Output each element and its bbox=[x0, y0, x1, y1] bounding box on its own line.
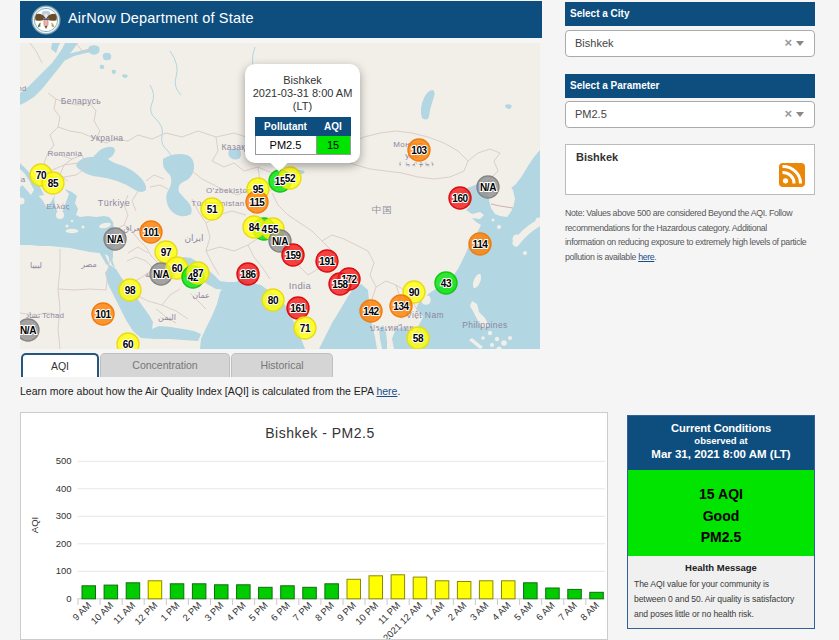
svg-text:115: 115 bbox=[250, 197, 266, 208]
svg-text:Italia: Italia bbox=[20, 175, 26, 184]
svg-text:1 PM: 1 PM bbox=[158, 600, 182, 624]
svg-text:85: 85 bbox=[48, 178, 59, 189]
svg-text:Romania: Romania bbox=[48, 149, 83, 158]
svg-text:400: 400 bbox=[56, 483, 72, 494]
svg-text:مصر: مصر bbox=[80, 260, 97, 269]
svg-text:3 AM: 3 AM bbox=[468, 600, 491, 623]
svg-text:60: 60 bbox=[172, 263, 183, 274]
svg-text:84: 84 bbox=[249, 222, 260, 233]
svg-text:100: 100 bbox=[56, 565, 72, 576]
svg-text:11 AM: 11 AM bbox=[111, 600, 137, 626]
svg-text:اليمن: اليمن bbox=[158, 313, 176, 322]
svg-text:51: 51 bbox=[207, 204, 218, 215]
svg-text:عمان: عمان bbox=[192, 291, 210, 300]
svg-text:ليبيا: ليبيا bbox=[30, 261, 42, 270]
svg-text:103: 103 bbox=[411, 145, 427, 156]
svg-text:4 PM: 4 PM bbox=[224, 600, 248, 624]
svg-text:6 AM: 6 AM bbox=[534, 600, 557, 623]
svg-text:ᠮᠣᠩᠭᠣᠯ: ᠮᠣᠩᠭᠣᠯ bbox=[399, 161, 438, 168]
svg-text:Ελλάς: Ελλάς bbox=[46, 202, 70, 211]
svg-text:中国: 中国 bbox=[372, 204, 392, 215]
svg-text:تشاد Tchad: تشاد Tchad bbox=[26, 311, 65, 320]
svg-text:114: 114 bbox=[473, 239, 489, 250]
svg-text:90: 90 bbox=[409, 287, 420, 298]
svg-text:101: 101 bbox=[95, 309, 111, 320]
svg-text:142: 142 bbox=[363, 306, 379, 317]
svg-text:158: 158 bbox=[332, 279, 348, 290]
svg-text:58: 58 bbox=[413, 333, 424, 344]
svg-text:Україна: Україна bbox=[91, 133, 124, 143]
svg-text:43: 43 bbox=[441, 278, 452, 289]
svg-text:N/A: N/A bbox=[480, 182, 496, 193]
svg-text:161: 161 bbox=[290, 303, 306, 314]
svg-text:N/A: N/A bbox=[272, 236, 288, 247]
svg-text:300: 300 bbox=[56, 510, 72, 521]
svg-text:Philippines: Philippines bbox=[462, 320, 508, 330]
svg-text:80: 80 bbox=[268, 295, 279, 306]
svg-text:500: 500 bbox=[56, 455, 72, 466]
svg-text:160: 160 bbox=[452, 193, 468, 204]
svg-text:97: 97 bbox=[161, 247, 172, 258]
svg-text:Беларусь: Беларусь bbox=[61, 96, 102, 106]
svg-text:4: 4 bbox=[261, 224, 267, 235]
svg-text:7 AM: 7 AM bbox=[556, 600, 579, 623]
svg-text:Türkiye: Türkiye bbox=[98, 198, 130, 208]
svg-text:O’zbekiston: O’zbekiston bbox=[206, 186, 252, 195]
svg-text:3 PM: 3 PM bbox=[202, 600, 226, 624]
svg-text:ประเทศไทย: ประเทศไทย bbox=[370, 324, 414, 333]
svg-text:52: 52 bbox=[285, 173, 296, 184]
svg-text:70: 70 bbox=[36, 170, 47, 181]
svg-text:N/A: N/A bbox=[20, 325, 36, 336]
svg-text:71: 71 bbox=[300, 323, 311, 334]
svg-text:N/A: N/A bbox=[153, 269, 169, 280]
svg-text:5 AM: 5 AM bbox=[512, 600, 535, 623]
svg-text:55: 55 bbox=[268, 224, 279, 235]
svg-text:2 PM: 2 PM bbox=[180, 600, 204, 624]
svg-text:191: 191 bbox=[319, 256, 335, 267]
svg-text:nd: nd bbox=[20, 84, 27, 93]
svg-text:101: 101 bbox=[143, 227, 159, 238]
svg-text:8 PM: 8 PM bbox=[313, 600, 337, 624]
svg-text:87: 87 bbox=[193, 268, 204, 279]
svg-text:2 AM: 2 AM bbox=[445, 600, 468, 623]
svg-text:159: 159 bbox=[285, 250, 301, 261]
svg-text:10 AM: 10 AM bbox=[88, 600, 115, 627]
svg-text:98: 98 bbox=[125, 285, 136, 296]
svg-text:10 PM: 10 PM bbox=[353, 600, 380, 627]
svg-text:186: 186 bbox=[240, 269, 256, 280]
svg-text:8 AM: 8 AM bbox=[578, 600, 601, 623]
svg-text:200: 200 bbox=[56, 538, 72, 549]
svg-text:Việt Nam: Việt Nam bbox=[406, 310, 444, 320]
svg-text:95: 95 bbox=[253, 184, 264, 195]
svg-text:5 PM: 5 PM bbox=[246, 600, 270, 624]
svg-text:N/A: N/A bbox=[107, 234, 123, 245]
svg-text:12 PM: 12 PM bbox=[132, 600, 159, 627]
svg-text:60: 60 bbox=[123, 339, 134, 350]
svg-text:6 PM: 6 PM bbox=[268, 600, 292, 624]
svg-text:4 AM: 4 AM bbox=[490, 600, 513, 623]
svg-text:ایران: ایران bbox=[184, 233, 203, 243]
svg-text:AQI: AQI bbox=[29, 517, 40, 533]
svg-text:1 AM: 1 AM bbox=[423, 600, 446, 623]
svg-text:7 PM: 7 PM bbox=[290, 600, 314, 624]
svg-text:0: 0 bbox=[66, 593, 71, 604]
svg-text:134: 134 bbox=[393, 301, 409, 312]
svg-text:India: India bbox=[289, 280, 312, 291]
